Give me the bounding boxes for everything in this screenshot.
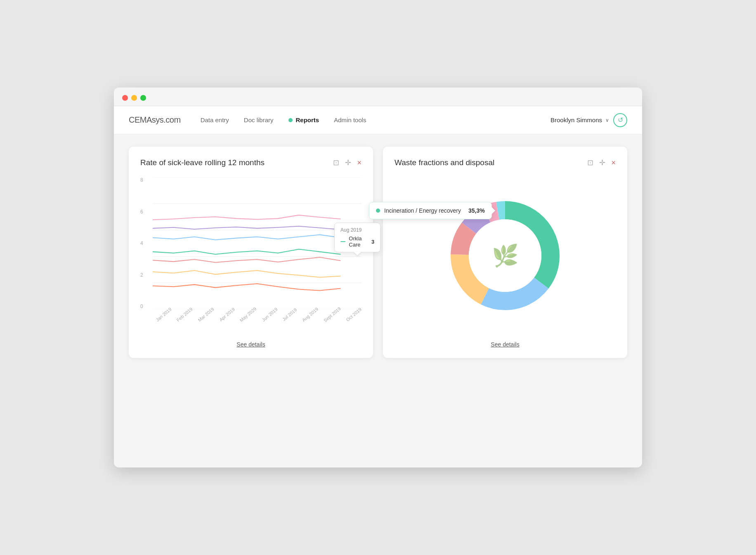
- nav-user[interactable]: Brooklyn Simmons ∨: [550, 116, 609, 123]
- nav-links: Data entry Doc library Reports Admin too…: [201, 115, 550, 125]
- sick-leave-card-actions: ⊡ ✛ ×: [333, 158, 361, 167]
- x-label-jan: Jan 2019: [155, 306, 172, 322]
- waste-see-details: See details: [395, 341, 616, 348]
- donut-tooltip: Incineration / Energy recovery 35,3%: [369, 202, 492, 219]
- sick-leave-chart: 8 6 4 2 0: [140, 177, 361, 334]
- x-axis-labels: Jan 2019 Feb 2019 Mar 2019 Apr 2019 May …: [153, 309, 361, 334]
- waste-export-icon[interactable]: ⊡: [587, 158, 593, 167]
- waste-card-actions: ⊡ ✛ ×: [587, 158, 616, 167]
- dot-yellow[interactable]: [131, 95, 137, 101]
- nav-item-admin-tools[interactable]: Admin tools: [334, 115, 366, 125]
- y-label-4: 4: [140, 240, 143, 246]
- waste-close-icon[interactable]: ×: [611, 159, 616, 167]
- nav-item-doc-library[interactable]: Doc library: [244, 115, 274, 125]
- tooltip-value: 3: [371, 239, 374, 245]
- waste-details-link[interactable]: See details: [491, 341, 519, 348]
- export-icon[interactable]: ⊡: [333, 158, 339, 167]
- move-icon[interactable]: ✛: [345, 158, 351, 167]
- user-name: Brooklyn Simmons: [550, 116, 602, 123]
- app-window: CEMAsys.com Data entry Doc library Repor…: [114, 88, 642, 467]
- donut-tooltip-value: 35,3%: [468, 207, 485, 214]
- navbar: CEMAsys.com Data entry Doc library Repor…: [114, 106, 642, 134]
- close-icon[interactable]: ×: [357, 159, 361, 167]
- sick-leave-see-details: See details: [140, 341, 361, 348]
- waste-title: Waste fractions and disposal: [395, 158, 494, 167]
- refresh-icon-button[interactable]: ↺: [613, 113, 627, 127]
- logo: CEMAsys.com: [129, 115, 181, 125]
- chevron-down-icon: ∨: [605, 117, 609, 123]
- refresh-icon: ↺: [618, 116, 623, 124]
- svg-text:🌿: 🌿: [492, 243, 519, 268]
- waste-move-icon[interactable]: ✛: [599, 158, 605, 167]
- donut-tooltip-dot: [376, 209, 380, 213]
- x-label-jul: Jul 2019: [281, 307, 298, 322]
- y-axis-labels: 8 6 4 2 0: [140, 177, 143, 309]
- y-label-8: 8: [140, 177, 143, 183]
- x-label-apr: Apr 2019: [218, 307, 236, 323]
- x-label-jun: Jun 2019: [261, 306, 278, 322]
- sick-leave-card-header: Rate of sick-leave rolling 12 months ⊡ ✛…: [140, 158, 361, 167]
- sick-leave-card: Rate of sick-leave rolling 12 months ⊡ ✛…: [129, 147, 373, 358]
- main-content: Rate of sick-leave rolling 12 months ⊡ ✛…: [114, 134, 642, 370]
- waste-card-header: Waste fractions and disposal ⊡ ✛ ×: [395, 158, 616, 167]
- line-chart-svg: [153, 177, 361, 309]
- y-label-6: 6: [140, 209, 143, 215]
- dot-red[interactable]: [122, 95, 128, 101]
- waste-card: Waste fractions and disposal ⊡ ✛ ×: [383, 147, 627, 358]
- chart-inner: Aug 2019 Orkla Care 3: [153, 177, 361, 309]
- logo-suffix: sys.com: [152, 115, 181, 124]
- donut-tooltip-arrow: [491, 207, 495, 214]
- titlebar: [114, 88, 642, 106]
- dot-green[interactable]: [140, 95, 146, 101]
- donut-area: 🌿 Incineration / Energy recovery 35,3%: [395, 177, 616, 334]
- sick-leave-details-link[interactable]: See details: [236, 341, 265, 348]
- donut-chart: 🌿 Incineration / Energy recovery 35,3%: [439, 190, 571, 322]
- logo-cema: CEMA: [129, 115, 152, 124]
- reports-dot: [288, 118, 293, 122]
- y-label-2: 2: [140, 272, 143, 278]
- donut-tooltip-label: Incineration / Energy recovery: [384, 207, 461, 214]
- y-label-0: 0: [140, 304, 143, 309]
- x-label-oct: Oct 2019: [345, 307, 363, 323]
- sick-leave-title: Rate of sick-leave rolling 12 months: [140, 158, 265, 167]
- nav-item-data-entry[interactable]: Data entry: [201, 115, 229, 125]
- nav-item-reports[interactable]: Reports: [288, 115, 319, 125]
